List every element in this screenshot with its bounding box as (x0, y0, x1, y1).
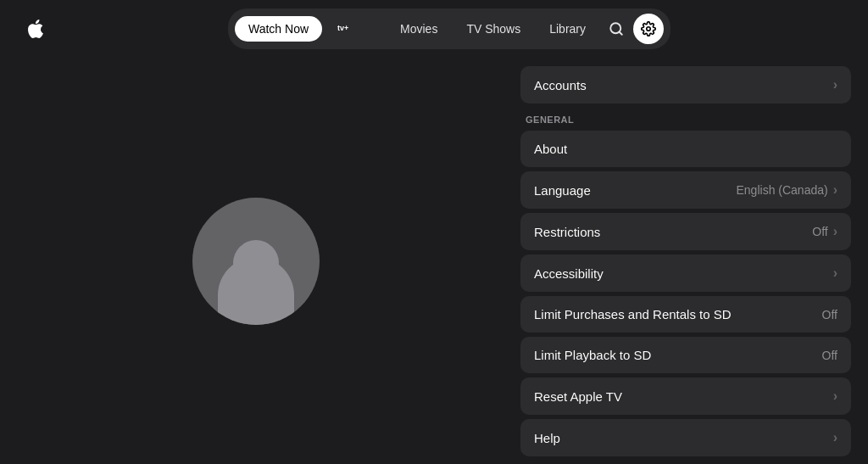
help-menu-item[interactable]: Help › (520, 419, 851, 456)
language-label: Language (534, 183, 591, 198)
header: Watch Now tv+ Movies TV Shows Library (0, 0, 868, 58)
about-menu-item[interactable]: About (520, 131, 851, 167)
nav-tv-shows[interactable]: TV Shows (453, 16, 534, 42)
limit-purchases-label: Limit Purchases and Rentals to SD (534, 307, 732, 321)
accessibility-chevron-icon: › (833, 266, 837, 281)
restrictions-right: Off › (812, 224, 837, 239)
restrictions-value: Off (812, 225, 827, 238)
main-nav: Watch Now tv+ Movies TV Shows Library (228, 8, 670, 49)
nav-movies[interactable]: Movies (387, 16, 451, 42)
accounts-right: › (833, 77, 837, 92)
limit-purchases-right: Off (822, 308, 837, 321)
help-right: › (833, 430, 837, 445)
avatar (192, 198, 320, 325)
language-value: English (Canada) (737, 183, 828, 197)
limit-playback-value: Off (822, 349, 837, 362)
accounts-label: Accounts (534, 78, 587, 92)
help-chevron-icon: › (833, 430, 837, 445)
settings-panel: Accounts › GENERAL About Language Englis… (512, 58, 868, 464)
accessibility-right: › (833, 266, 837, 281)
language-right: English (Canada) › (737, 182, 838, 198)
accessibility-menu-item[interactable]: Accessibility › (520, 254, 851, 292)
restrictions-label: Restrictions (534, 225, 600, 239)
about-label: About (534, 142, 567, 156)
avatar-body (218, 257, 294, 325)
language-menu-item[interactable]: Language English (Canada) › (520, 171, 851, 209)
search-button[interactable] (601, 14, 632, 44)
restrictions-menu-item[interactable]: Restrictions Off › (520, 213, 851, 250)
apple-logo (20, 14, 51, 44)
nav-watch-now[interactable]: Watch Now (235, 16, 322, 42)
settings-button[interactable] (633, 14, 664, 44)
limit-purchases-value: Off (822, 308, 837, 321)
restrictions-chevron-icon: › (833, 224, 837, 239)
reset-label: Reset Apple TV (534, 389, 622, 404)
nav-library[interactable]: Library (536, 16, 599, 42)
main-content: Accounts › GENERAL About Language Englis… (0, 58, 868, 464)
limit-playback-menu-item[interactable]: Limit Playback to SD Off (520, 337, 851, 373)
accessibility-label: Accessibility (534, 266, 604, 281)
accounts-chevron-icon: › (833, 77, 837, 92)
limit-playback-label: Limit Playback to SD (534, 348, 651, 362)
svg-point-3 (647, 27, 651, 31)
limit-purchases-menu-item[interactable]: Limit Purchases and Rentals to SD Off (520, 296, 851, 333)
general-section-label: GENERAL (520, 108, 851, 128)
svg-line-2 (620, 31, 622, 34)
left-panel (0, 58, 512, 464)
nav-apple-tv-plus[interactable]: tv+ (324, 15, 385, 43)
reset-menu-item[interactable]: Reset Apple TV › (520, 377, 851, 415)
accounts-menu-item[interactable]: Accounts › (520, 66, 851, 103)
limit-playback-right: Off (822, 349, 837, 362)
help-label: Help (534, 431, 560, 445)
reset-chevron-icon: › (833, 389, 837, 404)
svg-text:tv+: tv+ (337, 24, 348, 32)
reset-right: › (833, 389, 837, 404)
language-chevron-icon: › (833, 182, 837, 198)
